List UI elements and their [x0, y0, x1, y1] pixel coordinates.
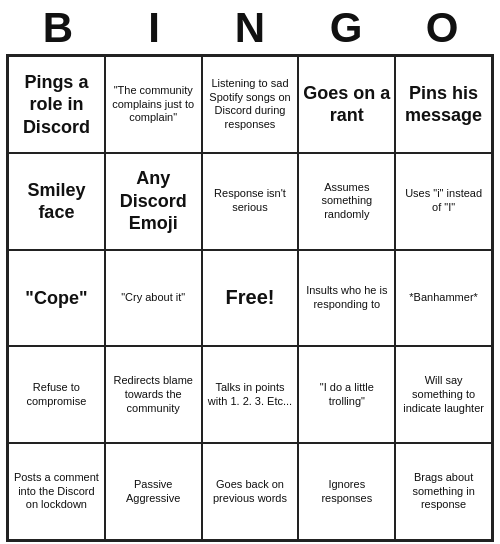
bingo-cell-3: Goes on a rant: [298, 56, 395, 153]
bingo-cell-2: Listening to sad Spotify songs on Discor…: [202, 56, 299, 153]
bingo-letter-I: I: [110, 4, 198, 52]
bingo-cell-0: Pings a role in Discord: [8, 56, 105, 153]
bingo-cell-13: Insults who he is responding to: [298, 250, 395, 347]
bingo-cell-17: Talks in points with 1. 2. 3. Etc...: [202, 346, 299, 443]
bingo-cell-5: Smiley face: [8, 153, 105, 250]
bingo-cell-14: *Banhammer*: [395, 250, 492, 347]
bingo-letter-G: G: [302, 4, 390, 52]
bingo-cell-11: "Cry about it": [105, 250, 202, 347]
bingo-letter-O: O: [398, 4, 486, 52]
bingo-cell-8: Assumes something randomly: [298, 153, 395, 250]
bingo-cell-10: "Cope": [8, 250, 105, 347]
bingo-cell-21: Passive Aggressive: [105, 443, 202, 540]
bingo-cell-24: Brags about something in response: [395, 443, 492, 540]
bingo-cell-16: Redirects blame towards the community: [105, 346, 202, 443]
bingo-cell-18: "I do a little trolling": [298, 346, 395, 443]
bingo-grid: Pings a role in Discord"The community co…: [6, 54, 494, 542]
bingo-cell-1: "The community complains just to complai…: [105, 56, 202, 153]
bingo-cell-23: Ignores responses: [298, 443, 395, 540]
bingo-cell-12: Free!: [202, 250, 299, 347]
bingo-cell-9: Uses "i" instead of "I": [395, 153, 492, 250]
bingo-cell-19: Will say something to indicate laughter: [395, 346, 492, 443]
bingo-cell-7: Response isn't serious: [202, 153, 299, 250]
bingo-cell-22: Goes back on previous words: [202, 443, 299, 540]
bingo-cell-6: Any Discord Emoji: [105, 153, 202, 250]
bingo-header: BINGO: [10, 0, 490, 54]
bingo-letter-N: N: [206, 4, 294, 52]
bingo-letter-B: B: [14, 4, 102, 52]
bingo-cell-15: Refuse to compromise: [8, 346, 105, 443]
bingo-cell-20: Posts a comment into the Discord on lock…: [8, 443, 105, 540]
bingo-cell-4: Pins his message: [395, 56, 492, 153]
